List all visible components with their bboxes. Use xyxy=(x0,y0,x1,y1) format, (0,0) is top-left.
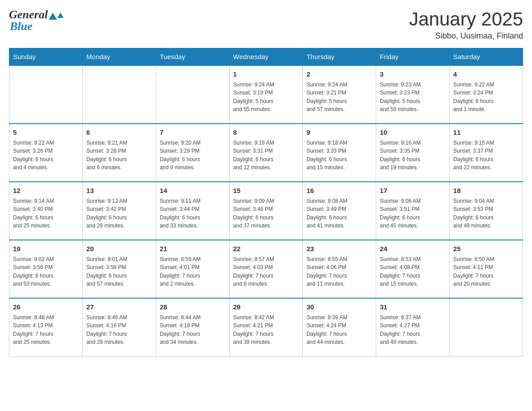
day-number: 29 xyxy=(233,302,299,313)
day-of-week-header: Friday xyxy=(376,48,450,66)
day-of-week-header: Monday xyxy=(82,48,156,66)
calendar-day-cell: 3Sunrise: 9:23 AM Sunset: 3:23 PM Daylig… xyxy=(376,65,450,124)
day-info: Sunrise: 9:09 AM Sunset: 3:46 PM Dayligh… xyxy=(233,197,299,230)
day-number: 13 xyxy=(86,186,152,196)
calendar-day-cell: 2Sunrise: 9:24 AM Sunset: 3:21 PM Daylig… xyxy=(303,65,376,124)
day-number: 18 xyxy=(453,186,519,196)
calendar-day-cell: 15Sunrise: 9:09 AM Sunset: 3:46 PM Dayli… xyxy=(229,182,303,240)
calendar-week-row: 19Sunrise: 9:02 AM Sunset: 3:56 PM Dayli… xyxy=(9,240,523,298)
day-number: 30 xyxy=(306,302,372,313)
calendar-day-cell: 10Sunrise: 9:16 AM Sunset: 3:35 PM Dayli… xyxy=(376,124,450,182)
calendar-day-cell: 24Sunrise: 8:53 AM Sunset: 4:08 PM Dayli… xyxy=(376,240,450,298)
day-info: Sunrise: 9:22 AM Sunset: 3:24 PM Dayligh… xyxy=(453,81,519,114)
calendar-day-cell: 12Sunrise: 9:14 AM Sunset: 3:40 PM Dayli… xyxy=(9,182,83,240)
logo-blue-text: Blue xyxy=(10,20,33,33)
day-number: 7 xyxy=(160,128,226,138)
day-info: Sunrise: 9:19 AM Sunset: 3:31 PM Dayligh… xyxy=(233,139,299,172)
day-info: Sunrise: 9:24 AM Sunset: 3:21 PM Dayligh… xyxy=(306,81,372,114)
day-info: Sunrise: 8:57 AM Sunset: 4:03 PM Dayligh… xyxy=(233,255,299,288)
day-number: 15 xyxy=(233,186,299,196)
day-of-week-header: Tuesday xyxy=(156,48,229,66)
calendar-week-row: 12Sunrise: 9:14 AM Sunset: 3:40 PM Dayli… xyxy=(9,182,523,240)
calendar-day-cell: 8Sunrise: 9:19 AM Sunset: 3:31 PM Daylig… xyxy=(229,124,303,182)
calendar-day-cell: 17Sunrise: 9:06 AM Sunset: 3:51 PM Dayli… xyxy=(376,182,450,240)
calendar-week-row: 5Sunrise: 9:22 AM Sunset: 3:26 PM Daylig… xyxy=(9,124,523,182)
day-info: Sunrise: 8:55 AM Sunset: 4:06 PM Dayligh… xyxy=(306,255,372,288)
calendar-day-cell: 18Sunrise: 9:04 AM Sunset: 3:53 PM Dayli… xyxy=(450,182,523,240)
day-info: Sunrise: 9:11 AM Sunset: 3:44 PM Dayligh… xyxy=(160,197,226,230)
logo: General Blue xyxy=(9,9,64,32)
day-info: Sunrise: 8:50 AM Sunset: 4:11 PM Dayligh… xyxy=(453,255,519,288)
calendar-day-cell: 11Sunrise: 9:15 AM Sunset: 3:37 PM Dayli… xyxy=(450,124,523,182)
calendar-day-cell: 22Sunrise: 8:57 AM Sunset: 4:03 PM Dayli… xyxy=(229,240,303,298)
calendar-day-cell: 5Sunrise: 9:22 AM Sunset: 3:26 PM Daylig… xyxy=(9,124,83,182)
logo-icon xyxy=(49,13,64,20)
day-info: Sunrise: 9:14 AM Sunset: 3:40 PM Dayligh… xyxy=(13,197,79,230)
day-number: 8 xyxy=(233,128,299,138)
day-number: 24 xyxy=(380,244,446,254)
day-number: 1 xyxy=(233,69,299,80)
day-info: Sunrise: 9:18 AM Sunset: 3:33 PM Dayligh… xyxy=(306,139,372,172)
day-number: 23 xyxy=(306,244,372,254)
calendar-day-cell: 27Sunrise: 8:46 AM Sunset: 4:16 PM Dayli… xyxy=(82,298,156,356)
day-info: Sunrise: 9:20 AM Sunset: 3:29 PM Dayligh… xyxy=(160,139,226,172)
day-info: Sunrise: 9:04 AM Sunset: 3:53 PM Dayligh… xyxy=(453,197,519,230)
calendar-day-cell: 23Sunrise: 8:55 AM Sunset: 4:06 PM Dayli… xyxy=(303,240,376,298)
day-number: 11 xyxy=(453,128,519,138)
calendar-day-cell xyxy=(82,65,156,124)
day-of-week-header: Thursday xyxy=(303,48,376,66)
day-of-week-header: Sunday xyxy=(9,48,83,66)
day-info: Sunrise: 8:39 AM Sunset: 4:24 PM Dayligh… xyxy=(306,313,372,347)
calendar-day-cell: 14Sunrise: 9:11 AM Sunset: 3:44 PM Dayli… xyxy=(156,182,229,240)
day-number: 2 xyxy=(306,69,372,80)
day-of-week-header: Saturday xyxy=(450,48,523,66)
calendar-day-cell: 13Sunrise: 9:12 AM Sunset: 3:42 PM Dayli… xyxy=(82,182,156,240)
calendar-day-cell: 29Sunrise: 8:42 AM Sunset: 4:21 PM Dayli… xyxy=(229,298,303,356)
calendar-header: SundayMondayTuesdayWednesdayThursdayFrid… xyxy=(9,48,523,66)
day-info: Sunrise: 9:22 AM Sunset: 3:26 PM Dayligh… xyxy=(13,139,79,172)
calendar-header-row: SundayMondayTuesdayWednesdayThursdayFrid… xyxy=(9,48,523,66)
calendar-day-cell: 30Sunrise: 8:39 AM Sunset: 4:24 PM Dayli… xyxy=(303,298,376,356)
day-info: Sunrise: 8:44 AM Sunset: 4:19 PM Dayligh… xyxy=(160,313,226,347)
calendar-day-cell xyxy=(156,65,229,124)
day-number: 26 xyxy=(13,302,79,313)
day-number: 21 xyxy=(160,244,226,254)
calendar-day-cell: 20Sunrise: 9:01 AM Sunset: 3:58 PM Dayli… xyxy=(82,240,156,298)
calendar-day-cell: 31Sunrise: 8:37 AM Sunset: 4:27 PM Dayli… xyxy=(376,298,450,356)
day-number: 6 xyxy=(86,128,152,138)
day-number: 9 xyxy=(306,128,372,138)
day-info: Sunrise: 8:53 AM Sunset: 4:08 PM Dayligh… xyxy=(380,255,446,288)
logo-general-text: General xyxy=(9,9,48,21)
day-info: Sunrise: 9:08 AM Sunset: 3:49 PM Dayligh… xyxy=(306,197,372,230)
day-number: 10 xyxy=(380,128,446,138)
calendar-day-cell xyxy=(450,298,523,356)
day-info: Sunrise: 9:23 AM Sunset: 3:23 PM Dayligh… xyxy=(380,81,446,114)
day-number: 31 xyxy=(380,302,446,313)
calendar-day-cell: 7Sunrise: 9:20 AM Sunset: 3:29 PM Daylig… xyxy=(156,124,229,182)
month-title: January 2025 xyxy=(409,9,523,30)
calendar-day-cell: 26Sunrise: 8:48 AM Sunset: 4:13 PM Dayli… xyxy=(9,298,83,356)
calendar-day-cell: 1Sunrise: 9:24 AM Sunset: 3:19 PM Daylig… xyxy=(229,65,303,124)
day-number: 19 xyxy=(13,244,79,254)
calendar-day-cell: 21Sunrise: 8:59 AM Sunset: 4:01 PM Dayli… xyxy=(156,240,229,298)
calendar-week-row: 1Sunrise: 9:24 AM Sunset: 3:19 PM Daylig… xyxy=(9,65,523,124)
day-number: 14 xyxy=(160,186,226,196)
day-number: 5 xyxy=(13,128,79,138)
day-number: 27 xyxy=(86,302,152,313)
day-info: Sunrise: 8:59 AM Sunset: 4:01 PM Dayligh… xyxy=(160,255,226,288)
day-info: Sunrise: 9:21 AM Sunset: 3:28 PM Dayligh… xyxy=(86,139,152,172)
day-number: 16 xyxy=(306,186,372,196)
calendar-day-cell: 19Sunrise: 9:02 AM Sunset: 3:56 PM Dayli… xyxy=(9,240,83,298)
day-number: 12 xyxy=(13,186,79,196)
day-number: 3 xyxy=(380,69,446,80)
day-number: 4 xyxy=(453,69,519,80)
day-info: Sunrise: 9:06 AM Sunset: 3:51 PM Dayligh… xyxy=(380,197,446,230)
day-info: Sunrise: 9:02 AM Sunset: 3:56 PM Dayligh… xyxy=(13,255,79,288)
calendar-week-row: 26Sunrise: 8:48 AM Sunset: 4:13 PM Dayli… xyxy=(9,298,523,356)
day-info: Sunrise: 9:12 AM Sunset: 3:42 PM Dayligh… xyxy=(86,197,152,230)
day-info: Sunrise: 9:24 AM Sunset: 3:19 PM Dayligh… xyxy=(233,81,299,114)
day-number: 22 xyxy=(233,244,299,254)
day-number: 28 xyxy=(160,302,226,313)
calendar-day-cell: 6Sunrise: 9:21 AM Sunset: 3:28 PM Daylig… xyxy=(82,124,156,182)
calendar-day-cell: 9Sunrise: 9:18 AM Sunset: 3:33 PM Daylig… xyxy=(303,124,376,182)
